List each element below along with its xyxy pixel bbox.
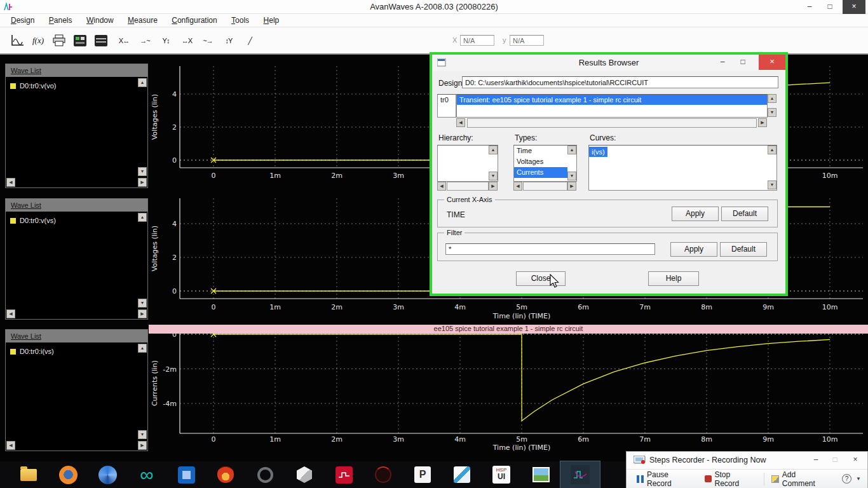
scroll-down-button[interactable]: ▼ xyxy=(138,167,147,176)
scroll-down-button[interactable]: ▼ xyxy=(138,430,147,439)
hierarchy-scroll-up[interactable]: ▲ xyxy=(489,146,498,154)
scroll-up-button[interactable]: ▲ xyxy=(138,213,147,222)
scroll-left-button[interactable]: ◀ xyxy=(6,178,15,187)
scroll-up-button[interactable]: ▲ xyxy=(138,78,147,87)
hierarchy-scroll-down[interactable]: ▼ xyxy=(489,172,498,180)
steps-recorder-title-bar[interactable]: Steps Recorder - Recording Now – □ × xyxy=(627,452,867,469)
curves-item-ivs[interactable]: i(vs) xyxy=(589,147,607,157)
red-chart-app-icon[interactable] xyxy=(324,461,363,488)
file-explorer-icon[interactable] xyxy=(9,461,48,488)
filter-apply-button[interactable]: Apply xyxy=(670,242,717,257)
firefox-icon[interactable] xyxy=(48,461,88,488)
run-list-scroll-down[interactable]: ▼ xyxy=(768,108,776,117)
dialog-title-bar[interactable]: Results Browser – □ × xyxy=(432,55,785,71)
hspice-ui-icon[interactable]: HSP UI xyxy=(482,461,521,488)
help-button[interactable]: Help xyxy=(648,271,699,286)
scroll-left-button[interactable]: ◀ xyxy=(6,309,15,318)
dialog-maximize-button[interactable]: □ xyxy=(733,55,752,70)
close-button[interactable]: × xyxy=(843,0,865,14)
menu-configuration[interactable]: Configuration xyxy=(166,14,222,25)
blue-square-app-icon[interactable] xyxy=(166,461,206,488)
wave-list-header[interactable]: Wave List xyxy=(6,64,147,77)
hierarchy-scroll-right[interactable]: ▶ xyxy=(489,182,498,191)
curves-list[interactable]: i(vs) xyxy=(588,145,777,191)
types-item-voltages[interactable]: Voltages xyxy=(514,156,576,167)
blue-diagonal-app-icon[interactable] xyxy=(442,461,482,488)
dialog-close-button[interactable]: × xyxy=(759,55,785,70)
menu-panels[interactable]: Panels xyxy=(43,14,78,25)
image-viewer-icon[interactable] xyxy=(521,461,560,488)
help-icon[interactable]: ? xyxy=(842,474,851,484)
waves-window-icon[interactable] xyxy=(8,31,27,50)
dialog-minimize-button[interactable]: – xyxy=(713,55,732,70)
types-scroll-left[interactable]: ◀ xyxy=(513,182,522,191)
types-scroll-up[interactable]: ▲ xyxy=(567,146,576,154)
panel-config-icon[interactable] xyxy=(92,31,111,50)
xaxis-apply-button[interactable]: Apply xyxy=(672,207,719,221)
zoom-y-icon[interactable]: Y↕ xyxy=(156,31,175,50)
coord-y-field[interactable] xyxy=(510,35,544,46)
recorder-minimize-button[interactable]: – xyxy=(806,452,825,468)
run-list-scroll-left[interactable]: ◀ xyxy=(456,118,465,127)
expression-icon[interactable]: f(x) xyxy=(29,31,48,50)
infinity-app-icon[interactable]: ∞ xyxy=(127,461,166,488)
curves-scroll-down[interactable]: ▼ xyxy=(768,180,776,189)
hierarchy-hscroll-track[interactable] xyxy=(447,182,489,191)
maximize-button[interactable]: □ xyxy=(820,0,840,14)
scroll-down-button[interactable]: ▼ xyxy=(138,299,147,308)
slope-measure-icon[interactable]: ╱ xyxy=(240,31,259,50)
scroll-right-button[interactable]: ▶ xyxy=(138,309,147,318)
cube-app-icon[interactable] xyxy=(285,461,324,488)
unzoom-x-icon[interactable]: ↔X xyxy=(177,31,196,50)
p-app-icon[interactable]: P xyxy=(403,461,442,488)
curves-scroll-up[interactable]: ▲ xyxy=(768,146,776,154)
scroll-right-button[interactable]: ▶ xyxy=(138,178,147,187)
recorder-close-button[interactable]: × xyxy=(846,452,865,468)
waveform-plot-3[interactable]: 01m2m3m4m5m6m7m8m9m10m0-2m-4mCurrents (l… xyxy=(148,323,868,458)
dark-red-app-icon[interactable] xyxy=(363,461,403,488)
help-dropdown-caret[interactable]: ▼ xyxy=(856,476,861,482)
run-list-scroll-up[interactable]: ▲ xyxy=(768,94,776,103)
avanwaves-taskbar-icon[interactable] xyxy=(560,461,600,488)
wave-list-header[interactable]: Wave List xyxy=(6,199,147,212)
menu-tools[interactable]: Tools xyxy=(226,14,255,25)
run-list-scroll-right[interactable]: ▶ xyxy=(758,118,767,127)
flame-app-icon[interactable] xyxy=(206,461,245,488)
wave-list-item[interactable]: D0:tr0:v(vs) xyxy=(6,212,147,224)
results-browser-icon[interactable] xyxy=(71,31,90,50)
print-icon[interactable] xyxy=(50,31,69,50)
minimize-button[interactable]: – xyxy=(799,0,820,14)
run-list-selected-row[interactable]: Transient: ee105 spice tutorial example … xyxy=(457,95,767,105)
types-hscroll-track[interactable] xyxy=(523,182,567,191)
hierarchy-scroll-left[interactable]: ◀ xyxy=(437,182,446,191)
menu-help[interactable]: Help xyxy=(258,14,285,25)
ring-app-icon[interactable] xyxy=(245,461,285,488)
wave-list-item[interactable]: D0:tr0:v(vo) xyxy=(6,77,147,90)
unzoom-y-icon[interactable]: ↕Y xyxy=(219,31,238,50)
wave-list-header[interactable]: Wave List xyxy=(6,330,147,342)
blue-swirl-app-icon[interactable] xyxy=(88,461,127,488)
design-field[interactable] xyxy=(462,76,778,88)
types-item-currents[interactable]: Currents xyxy=(514,167,567,178)
run-list-hscroll-track[interactable] xyxy=(467,118,757,128)
menu-window[interactable]: Window xyxy=(81,14,119,25)
menu-design[interactable]: Design xyxy=(5,14,40,25)
wave-list-item[interactable]: D0:tr0:i(vs) xyxy=(6,342,147,355)
filter-default-button[interactable]: Default xyxy=(720,242,767,257)
scroll-right-button[interactable]: ▶ xyxy=(138,441,147,450)
types-scroll-right[interactable]: ▶ xyxy=(567,182,576,191)
xaxis-default-button[interactable]: Default xyxy=(721,207,768,221)
run-list[interactable]: Transient: ee105 spice tutorial example … xyxy=(456,94,768,118)
pan-right-icon[interactable]: →~ xyxy=(135,31,154,50)
pan-left-icon[interactable]: ~→ xyxy=(198,31,217,50)
zoom-x-icon[interactable]: X↔ xyxy=(114,31,133,50)
add-comment-button[interactable]: Add Comment xyxy=(769,469,833,488)
filter-input[interactable] xyxy=(445,243,655,255)
types-scroll-down[interactable]: ▼ xyxy=(567,172,576,180)
pause-record-button[interactable]: Pause Record xyxy=(634,469,698,488)
stop-record-button[interactable]: Stop Record xyxy=(702,469,759,488)
recorder-maximize-button[interactable]: □ xyxy=(825,452,844,468)
coord-x-field[interactable] xyxy=(460,35,494,46)
scroll-up-button[interactable]: ▲ xyxy=(138,344,147,353)
menu-measure[interactable]: Measure xyxy=(122,14,163,25)
